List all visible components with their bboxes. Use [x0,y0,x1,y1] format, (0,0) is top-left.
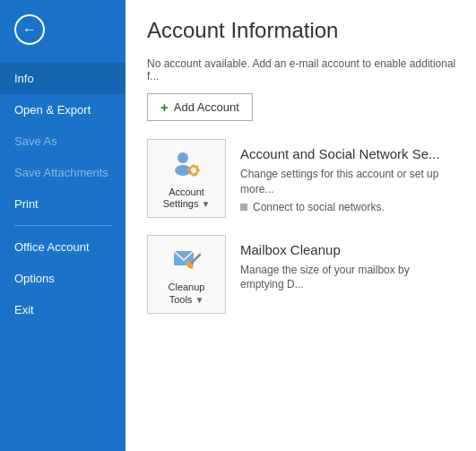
account-settings-item: Connect to social networks. [240,201,444,213]
mailbox-cleanup-section: CleanupTools ▼ Mailbox Cleanup Manage th… [147,235,458,314]
page-title: Account Information [147,18,458,43]
svg-point-0 [177,152,188,163]
cleanup-tools-icon [169,242,203,276]
add-account-label: Add Account [174,100,239,114]
mailbox-cleanup-info: Mailbox Cleanup Manage the size of your … [226,235,458,300]
bullet-icon [240,204,247,211]
sidebar-item-exit[interactable]: Exit [0,294,125,325]
account-settings-desc: Change settings for this account or set … [240,167,444,197]
sidebar-item-save-as: Save As [0,126,125,157]
cleanup-tools-button[interactable]: CleanupTools ▼ [147,235,226,314]
mailbox-cleanup-title: Mailbox Cleanup [240,242,444,257]
svg-rect-4 [193,164,195,167]
svg-rect-6 [187,169,190,171]
sidebar-item-save-attachments: Save Attachments [0,157,125,188]
sidebar-nav: Info Open & Export Save As Save Attachme… [0,63,125,325]
main-content: Account Information No account available… [125,0,476,451]
sidebar-divider [14,225,111,226]
back-button[interactable]: ← [7,7,52,52]
sidebar-item-info[interactable]: Info [0,63,125,94]
cleanup-tools-label: CleanupTools ▼ [169,282,205,305]
sidebar-item-options[interactable]: Options [0,263,125,294]
svg-rect-7 [197,169,200,171]
add-account-button[interactable]: + Add Account [147,93,253,121]
back-icon: ← [14,14,45,45]
account-settings-info: Account and Social Network Se... Change … [226,139,458,221]
sidebar-item-print[interactable]: Print [0,188,125,220]
svg-rect-5 [193,174,195,177]
account-settings-section: AccountSettings ▼ Account and Social Net… [147,139,458,221]
account-settings-title: Account and Social Network Se... [240,146,444,161]
account-settings-button[interactable]: AccountSettings ▼ [147,139,226,218]
account-settings-label: AccountSettings ▼ [163,186,211,210]
plus-icon: + [160,100,169,115]
info-message: No account available. Add an e-mail acco… [147,57,458,82]
sidebar-item-open-export[interactable]: Open & Export [0,94,125,126]
sidebar-item-office-account[interactable]: Office Account [0,231,125,263]
account-settings-icon [169,147,203,181]
mailbox-cleanup-desc: Manage the size of your mailbox by empty… [240,263,444,293]
sidebar: ← Info Open & Export Save As Save Attach… [0,0,125,451]
